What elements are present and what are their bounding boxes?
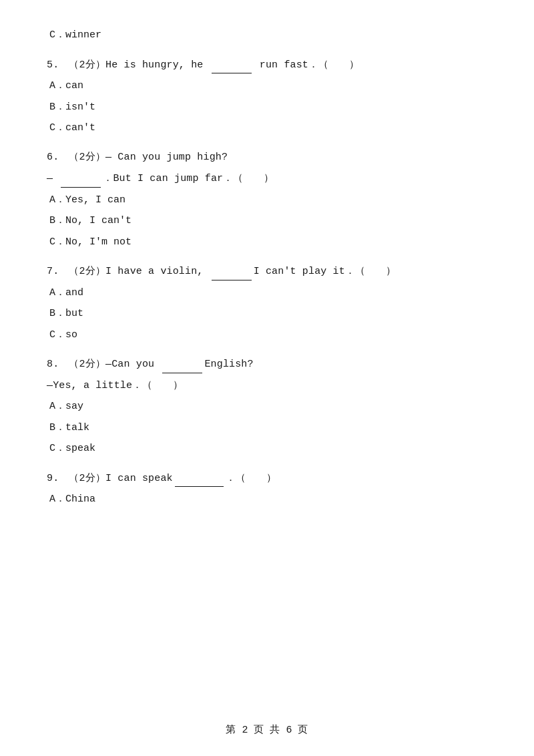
- option-7a: A．and: [47, 285, 487, 302]
- blank-q6: [61, 170, 101, 188]
- question-6-subline: — ．But I can jump far．（ ）: [47, 170, 487, 188]
- option-5c: C．can't: [47, 120, 487, 137]
- page-content: C．winner 5. （2分）He is hungry, he run fas…: [0, 0, 534, 560]
- blank-q9: [175, 469, 224, 488]
- blank-q8: [162, 355, 202, 373]
- option-8c: C．speak: [47, 440, 487, 457]
- question-6-text: 6. （2分）— Can you jump high?: [47, 149, 487, 166]
- page-footer: 第 2 页 共 6 页: [0, 723, 534, 736]
- question-7: 7. （2分）I have a violin, I can't play it．…: [47, 262, 487, 343]
- option-6b: B．No, I can't: [47, 212, 487, 230]
- footer-text: 第 2 页 共 6 页: [226, 725, 308, 736]
- option-6c: C．No, I'm not: [47, 234, 487, 251]
- option-5b: B．isn't: [47, 99, 487, 116]
- option-6a: A．Yes, I can: [47, 192, 487, 209]
- question-7-text: 7. （2分）I have a violin, I can't play it．…: [47, 262, 487, 280]
- blank-q5: [212, 56, 252, 74]
- question-8: 8. （2分）—Can you English? —Yes, a little．…: [47, 355, 487, 457]
- option-9a: A．China: [47, 491, 487, 508]
- question-6: 6. （2分）— Can you jump high? — ．But I can…: [47, 149, 487, 251]
- question-8-subline: —Yes, a little．（ ）: [47, 377, 487, 395]
- question-8-text: 8. （2分）—Can you English?: [47, 355, 487, 373]
- option-7b: B．but: [47, 305, 487, 323]
- option-7c: C．so: [47, 327, 487, 344]
- option-8a: A．say: [47, 398, 487, 415]
- question-5-text: 5. （2分）He is hungry, he run fast．（ ）: [47, 56, 487, 74]
- option-c-winner: C．winner: [47, 27, 487, 44]
- option-8b: B．talk: [47, 419, 487, 437]
- question-9: 9. （2分）I can speak ．（ ） A．China: [47, 469, 487, 508]
- question-9-text: 9. （2分）I can speak ．（ ）: [47, 469, 487, 488]
- option-5a: A．can: [47, 77, 487, 95]
- option-text: C．winner: [47, 27, 487, 44]
- question-5: 5. （2分）He is hungry, he run fast．（ ） A．c…: [47, 56, 487, 137]
- blank-q7: [212, 262, 252, 280]
